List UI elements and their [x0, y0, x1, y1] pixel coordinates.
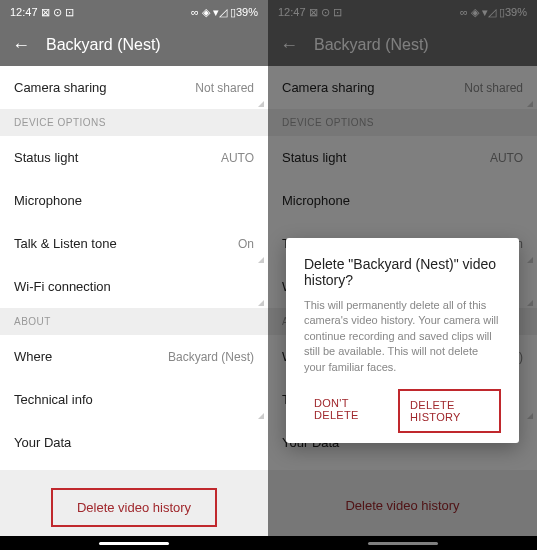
- row-where[interactable]: WhereBackyard (Nest): [0, 335, 268, 378]
- status-bar: 12:47⊠ ⊙ ⊡ ∞ ◈ ▾◿ ▯39%: [0, 0, 268, 24]
- nav-bar: [0, 536, 268, 550]
- row-label: Microphone: [14, 193, 82, 208]
- row-your-data[interactable]: Your Data: [0, 421, 268, 464]
- row-label: Talk & Listen tone: [14, 236, 117, 251]
- row-label: Technical info: [14, 392, 93, 407]
- row-wifi[interactable]: Wi-Fi connection: [0, 265, 268, 308]
- row-camera-sharing[interactable]: Camera sharingNot shared: [0, 66, 268, 109]
- status-time: 12:47: [10, 6, 38, 18]
- dont-delete-button[interactable]: DON'T DELETE: [304, 389, 390, 433]
- row-value: On: [238, 237, 254, 251]
- back-icon[interactable]: ←: [12, 35, 30, 56]
- section-about: ABOUT: [0, 308, 268, 335]
- row-label: Wi-Fi connection: [14, 279, 111, 294]
- dialog-body: This will permanently delete all of this…: [304, 298, 501, 375]
- row-technical-info[interactable]: Technical info: [0, 378, 268, 421]
- row-talk-listen[interactable]: Talk & Listen toneOn: [0, 222, 268, 265]
- row-label: Your Data: [14, 435, 71, 450]
- row-value: AUTO: [221, 151, 254, 165]
- expand-icon: [258, 101, 264, 107]
- expand-icon: [258, 257, 264, 263]
- settings-list: Camera sharingNot shared DEVICE OPTIONS …: [0, 66, 268, 536]
- page-title: Backyard (Nest): [46, 36, 161, 54]
- home-indicator[interactable]: [99, 542, 169, 545]
- dialog-buttons: DON'T DELETE DELETE HISTORY: [304, 389, 501, 433]
- delete-history-band: Delete video history: [0, 470, 268, 536]
- confirm-dialog: Delete "Backyard (Nest)" video history? …: [286, 238, 519, 443]
- section-device-options: DEVICE OPTIONS: [0, 109, 268, 136]
- row-value: Backyard (Nest): [168, 350, 254, 364]
- row-status-light[interactable]: Status lightAUTO: [0, 136, 268, 179]
- row-value: Not shared: [195, 81, 254, 95]
- row-label: Camera sharing: [14, 80, 107, 95]
- row-microphone[interactable]: Microphone: [0, 179, 268, 222]
- delete-history-button[interactable]: DELETE HISTORY: [398, 389, 501, 433]
- status-right-icons: ∞ ◈ ▾◿ ▯39%: [191, 6, 258, 19]
- app-bar: ← Backyard (Nest): [0, 24, 268, 66]
- expand-icon: [258, 413, 264, 419]
- dialog-title: Delete "Backyard (Nest)" video history?: [304, 256, 501, 288]
- expand-icon: [258, 300, 264, 306]
- row-label: Where: [14, 349, 52, 364]
- status-left-icons: ⊠ ⊙ ⊡: [41, 6, 74, 19]
- row-label: Status light: [14, 150, 78, 165]
- delete-video-history-button[interactable]: Delete video history: [51, 488, 217, 527]
